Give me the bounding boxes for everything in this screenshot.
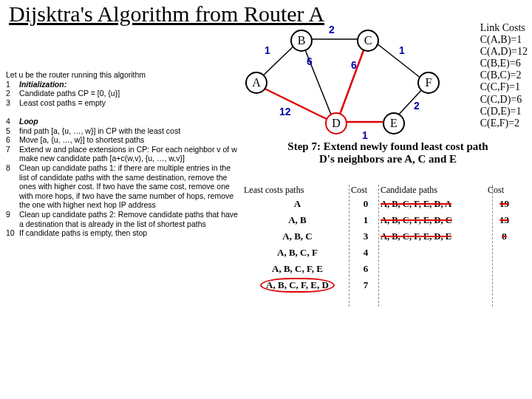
node-f: F bbox=[417, 72, 440, 94]
algo-line: 3Least cost paths = empty bbox=[6, 98, 239, 108]
weight-ab: 1 bbox=[265, 44, 270, 56]
weight-be: 6 bbox=[307, 55, 313, 67]
node-b: B bbox=[290, 30, 313, 52]
table-row: A, B, C, F, E, D7 bbox=[244, 277, 525, 293]
algo-line: 1Initialization: bbox=[6, 80, 239, 89]
weight-ad: 12 bbox=[279, 106, 291, 117]
algo-line: 4Loop bbox=[6, 117, 239, 126]
algorithm-listing: Let u be the router running this algorit… bbox=[6, 70, 239, 238]
link-cost-item: C(B,C)=2 bbox=[480, 69, 528, 81]
node-a: A bbox=[245, 72, 267, 94]
link-cost-item: C(D,E)=1 bbox=[480, 106, 528, 117]
table-row: A, B, C, F, E6 bbox=[244, 261, 525, 277]
link-cost-item: C(A,B)=1 bbox=[480, 34, 528, 46]
step-line1: Step 7: Extend newly found least cost pa… bbox=[262, 140, 514, 153]
algo-line: 8Clean up candidate paths 1: if there ar… bbox=[6, 163, 239, 210]
weight-cf: 1 bbox=[399, 44, 405, 56]
algo-line: 10If candidate paths is empty, then stop bbox=[6, 228, 239, 238]
algo-line: 6Move [a, {u, …, w}] to shortest paths bbox=[6, 135, 239, 145]
table-row: A, B1A, B, C, F, E, D, C13 bbox=[244, 212, 525, 228]
link-cost-item: C(C,D)=6 bbox=[480, 94, 528, 106]
network-graph: A B C D E F 1 12 2 6 6 1 1 2 bbox=[244, 26, 458, 137]
algo-line: 9Clean up candidate paths 2: Remove cand… bbox=[6, 210, 239, 228]
step-description: Step 7: Extend newly found least cost pa… bbox=[262, 140, 514, 166]
algo-line: 2Candidate paths CP = [0, {u}] bbox=[6, 89, 239, 98]
link-costs-panel: Link Costs C(A,B)=1 C(A,D)=12 C(B,E)=6 C… bbox=[480, 22, 528, 129]
algo-intro: Let u be the router running this algorit… bbox=[6, 70, 239, 80]
weight-cd: 6 bbox=[351, 59, 357, 71]
header-least-paths: Least costs paths bbox=[244, 185, 351, 196]
table-row: A, B, C3A, B, C, F, E, D, E8 bbox=[244, 228, 525, 245]
algo-line: 5find path [a, {u, …, w}] in CP with the… bbox=[6, 126, 239, 136]
link-cost-item: C(B,E)=6 bbox=[480, 58, 528, 69]
node-d: D bbox=[325, 112, 347, 134]
paths-tables: Least costs paths Cost Candidate paths C… bbox=[244, 185, 525, 293]
algo-line bbox=[6, 107, 239, 117]
link-cost-item: C(C,F)=1 bbox=[480, 81, 528, 93]
table-row: A0A, B, C, F, E, D, A19 bbox=[244, 196, 525, 212]
table-row: A, B, C, F4 bbox=[244, 245, 525, 261]
link-cost-item: C(E,F)=2 bbox=[480, 117, 528, 129]
node-c: C bbox=[357, 30, 379, 52]
link-costs-header: Link Costs bbox=[480, 22, 528, 34]
divider bbox=[492, 185, 493, 307]
node-e: E bbox=[383, 112, 405, 134]
header-cost-left: Cost bbox=[351, 185, 381, 196]
weight-ef: 2 bbox=[414, 100, 420, 112]
link-cost-item: C(A,D)=12 bbox=[480, 46, 528, 58]
page-title: Dijsktra's Algorithm from Router A bbox=[9, 1, 324, 27]
divider bbox=[349, 185, 349, 307]
svg-line-4 bbox=[338, 44, 366, 118]
weight-bc: 2 bbox=[329, 24, 335, 35]
step-line2: D's neighbors are A, C and E bbox=[262, 153, 514, 166]
weight-de: 1 bbox=[362, 129, 368, 141]
algo-line: 7Extend w and place extensions in CP: Fo… bbox=[6, 145, 239, 163]
header-candidate: Candidate paths bbox=[381, 185, 488, 196]
divider bbox=[378, 185, 379, 307]
